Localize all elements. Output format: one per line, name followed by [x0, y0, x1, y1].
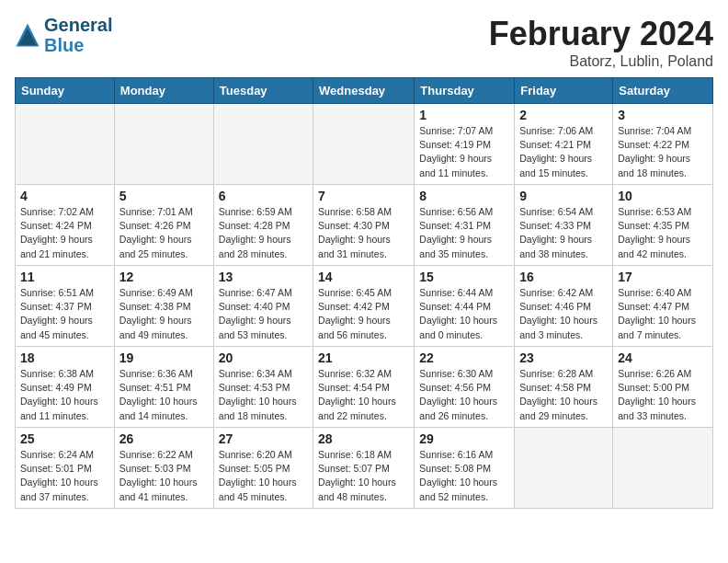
- day-info: Sunrise: 6:49 AM Sunset: 4:38 PM Dayligh…: [119, 286, 209, 342]
- logo-icon: [15, 22, 40, 48]
- calendar-week-row: 18Sunrise: 6:38 AM Sunset: 4:49 PM Dayli…: [16, 347, 713, 428]
- calendar-cell: 23Sunrise: 6:28 AM Sunset: 4:58 PM Dayli…: [515, 347, 613, 428]
- day-info: Sunrise: 7:02 AM Sunset: 4:24 PM Dayligh…: [20, 205, 109, 261]
- calendar-cell: 3Sunrise: 7:04 AM Sunset: 4:22 PM Daylig…: [613, 104, 713, 185]
- day-number: 3: [618, 108, 708, 122]
- calendar-cell: 29Sunrise: 6:16 AM Sunset: 5:08 PM Dayli…: [415, 428, 515, 509]
- day-number: 7: [318, 189, 409, 203]
- calendar-cell: 19Sunrise: 6:36 AM Sunset: 4:51 PM Dayli…: [114, 347, 213, 428]
- day-info: Sunrise: 6:32 AM Sunset: 4:54 PM Dayligh…: [318, 367, 409, 423]
- calendar-week-row: 11Sunrise: 6:51 AM Sunset: 4:37 PM Dayli…: [16, 266, 713, 347]
- page-header: General Blue February 2024 Batorz, Lubli…: [15, 15, 713, 70]
- calendar-cell: 26Sunrise: 6:22 AM Sunset: 5:03 PM Dayli…: [114, 428, 213, 509]
- day-number: 26: [119, 431, 209, 446]
- dow-header: Sunday: [16, 78, 115, 104]
- day-info: Sunrise: 6:30 AM Sunset: 4:56 PM Dayligh…: [419, 367, 509, 423]
- day-info: Sunrise: 6:38 AM Sunset: 4:49 PM Dayligh…: [20, 367, 109, 423]
- logo-text: General Blue: [44, 15, 112, 55]
- calendar-cell: 4Sunrise: 7:02 AM Sunset: 4:24 PM Daylig…: [16, 185, 115, 266]
- calendar-cell: 6Sunrise: 6:59 AM Sunset: 4:28 PM Daylig…: [213, 185, 313, 266]
- calendar-week-row: 25Sunrise: 6:24 AM Sunset: 5:01 PM Dayli…: [16, 428, 713, 509]
- day-info: Sunrise: 6:40 AM Sunset: 4:47 PM Dayligh…: [618, 286, 708, 342]
- day-info: Sunrise: 6:26 AM Sunset: 5:00 PM Dayligh…: [618, 367, 708, 423]
- day-number: 10: [618, 189, 708, 203]
- calendar-cell: [613, 428, 713, 509]
- day-number: 20: [219, 350, 308, 365]
- calendar-cell: 27Sunrise: 6:20 AM Sunset: 5:05 PM Dayli…: [213, 428, 313, 509]
- day-info: Sunrise: 6:16 AM Sunset: 5:08 PM Dayligh…: [419, 448, 509, 504]
- day-info: Sunrise: 7:06 AM Sunset: 4:21 PM Dayligh…: [519, 124, 608, 180]
- title-block: February 2024 Batorz, Lublin, Poland: [489, 15, 713, 70]
- day-number: 28: [318, 431, 409, 446]
- calendar-cell: 15Sunrise: 6:44 AM Sunset: 4:44 PM Dayli…: [415, 266, 515, 347]
- day-number: 17: [618, 270, 708, 284]
- calendar-cell: 9Sunrise: 6:54 AM Sunset: 4:33 PM Daylig…: [515, 185, 613, 266]
- day-info: Sunrise: 6:51 AM Sunset: 4:37 PM Dayligh…: [20, 286, 109, 342]
- calendar-cell: 20Sunrise: 6:34 AM Sunset: 4:53 PM Dayli…: [213, 347, 313, 428]
- day-info: Sunrise: 6:53 AM Sunset: 4:35 PM Dayligh…: [618, 205, 708, 261]
- day-info: Sunrise: 7:04 AM Sunset: 4:22 PM Dayligh…: [618, 124, 708, 180]
- calendar-cell: 14Sunrise: 6:45 AM Sunset: 4:42 PM Dayli…: [313, 266, 415, 347]
- day-info: Sunrise: 7:07 AM Sunset: 4:19 PM Dayligh…: [419, 124, 509, 180]
- day-info: Sunrise: 6:45 AM Sunset: 4:42 PM Dayligh…: [318, 286, 409, 342]
- calendar-cell: 8Sunrise: 6:56 AM Sunset: 4:31 PM Daylig…: [415, 185, 515, 266]
- calendar-cell: 12Sunrise: 6:49 AM Sunset: 4:38 PM Dayli…: [114, 266, 213, 347]
- day-info: Sunrise: 6:59 AM Sunset: 4:28 PM Dayligh…: [219, 205, 308, 261]
- day-info: Sunrise: 6:47 AM Sunset: 4:40 PM Dayligh…: [219, 286, 308, 342]
- location: Batorz, Lublin, Poland: [489, 53, 713, 70]
- day-number: 27: [219, 431, 308, 446]
- day-number: 24: [618, 350, 708, 365]
- calendar-week-row: 1Sunrise: 7:07 AM Sunset: 4:19 PM Daylig…: [16, 104, 713, 185]
- dow-header: Friday: [515, 78, 613, 104]
- dow-header: Monday: [114, 78, 213, 104]
- day-number: 6: [219, 189, 308, 203]
- day-number: 8: [419, 189, 509, 203]
- calendar-cell: 1Sunrise: 7:07 AM Sunset: 4:19 PM Daylig…: [415, 104, 515, 185]
- day-number: 5: [119, 189, 209, 203]
- day-info: Sunrise: 6:18 AM Sunset: 5:07 PM Dayligh…: [318, 448, 409, 504]
- day-number: 25: [20, 431, 109, 446]
- month-title: February 2024: [489, 15, 713, 53]
- day-number: 9: [519, 189, 608, 203]
- calendar-cell: 21Sunrise: 6:32 AM Sunset: 4:54 PM Dayli…: [313, 347, 415, 428]
- calendar-cell: 17Sunrise: 6:40 AM Sunset: 4:47 PM Dayli…: [613, 266, 713, 347]
- calendar-table: SundayMondayTuesdayWednesdayThursdayFrid…: [15, 77, 713, 509]
- day-info: Sunrise: 6:42 AM Sunset: 4:46 PM Dayligh…: [519, 286, 608, 342]
- day-info: Sunrise: 6:54 AM Sunset: 4:33 PM Dayligh…: [519, 205, 608, 261]
- calendar-cell: [515, 428, 613, 509]
- day-number: 16: [519, 270, 608, 284]
- day-info: Sunrise: 6:36 AM Sunset: 4:51 PM Dayligh…: [119, 367, 209, 423]
- day-number: 23: [519, 350, 608, 365]
- calendar-cell: 25Sunrise: 6:24 AM Sunset: 5:01 PM Dayli…: [16, 428, 115, 509]
- calendar-cell: 24Sunrise: 6:26 AM Sunset: 5:00 PM Dayli…: [613, 347, 713, 428]
- day-number: 4: [20, 189, 109, 203]
- day-number: 15: [419, 270, 509, 284]
- day-number: 29: [419, 431, 509, 446]
- dow-header: Wednesday: [313, 78, 415, 104]
- day-number: 13: [219, 270, 308, 284]
- dow-header: Saturday: [613, 78, 713, 104]
- calendar-cell: 5Sunrise: 7:01 AM Sunset: 4:26 PM Daylig…: [114, 185, 213, 266]
- day-number: 22: [419, 350, 509, 365]
- day-number: 1: [419, 108, 509, 122]
- calendar-cell: 7Sunrise: 6:58 AM Sunset: 4:30 PM Daylig…: [313, 185, 415, 266]
- day-info: Sunrise: 6:22 AM Sunset: 5:03 PM Dayligh…: [119, 448, 209, 504]
- calendar-cell: 13Sunrise: 6:47 AM Sunset: 4:40 PM Dayli…: [213, 266, 313, 347]
- dow-header: Thursday: [415, 78, 515, 104]
- day-info: Sunrise: 6:24 AM Sunset: 5:01 PM Dayligh…: [20, 448, 109, 504]
- day-info: Sunrise: 6:58 AM Sunset: 4:30 PM Dayligh…: [318, 205, 409, 261]
- calendar-week-row: 4Sunrise: 7:02 AM Sunset: 4:24 PM Daylig…: [16, 185, 713, 266]
- day-number: 14: [318, 270, 409, 284]
- day-info: Sunrise: 6:34 AM Sunset: 4:53 PM Dayligh…: [219, 367, 308, 423]
- calendar-cell: [114, 104, 213, 185]
- calendar-cell: 22Sunrise: 6:30 AM Sunset: 4:56 PM Dayli…: [415, 347, 515, 428]
- calendar-cell: [313, 104, 415, 185]
- day-number: 11: [20, 270, 109, 284]
- calendar-cell: 16Sunrise: 6:42 AM Sunset: 4:46 PM Dayli…: [515, 266, 613, 347]
- calendar-cell: 2Sunrise: 7:06 AM Sunset: 4:21 PM Daylig…: [515, 104, 613, 185]
- day-info: Sunrise: 6:20 AM Sunset: 5:05 PM Dayligh…: [219, 448, 308, 504]
- day-info: Sunrise: 6:44 AM Sunset: 4:44 PM Dayligh…: [419, 286, 509, 342]
- logo: General Blue: [15, 15, 112, 55]
- calendar-cell: 28Sunrise: 6:18 AM Sunset: 5:07 PM Dayli…: [313, 428, 415, 509]
- day-number: 19: [119, 350, 209, 365]
